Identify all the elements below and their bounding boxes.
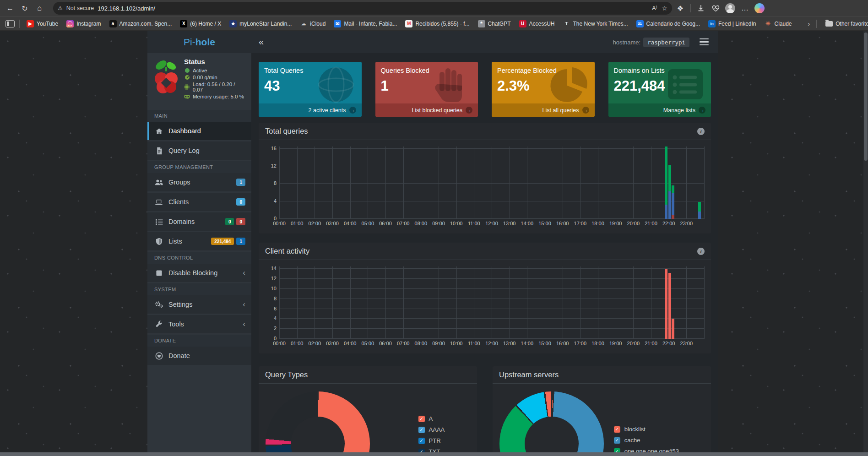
sidebar-item-dashboard[interactable]: Dashboard [147, 122, 251, 140]
x-tick-label: 17:00 [574, 341, 587, 346]
chart-bar-22:00[interactable] [668, 165, 671, 219]
bookmarks-panel-icon[interactable] [5, 18, 16, 29]
summary-card-queries-blocked[interactable]: Queries Blocked1List blocked queries→ [375, 62, 478, 117]
count-badge: 221,484 [211, 238, 234, 245]
sidebar-item-tools[interactable]: Tools‹ [147, 315, 251, 333]
bookmark-item[interactable]: MRecibidos (5,855) - f... [402, 19, 472, 29]
bookmark-item[interactable]: ▶YouTube [23, 19, 61, 29]
legend-checkbox[interactable]: ✓ [418, 416, 425, 422]
bookmark-item[interactable]: aAmazon.com. Spen... [106, 19, 175, 29]
count-badge: 0 [236, 218, 245, 225]
sidebar-collapse-icon[interactable]: « [259, 37, 264, 47]
bookmark-item[interactable]: ☁iCloud [297, 19, 329, 29]
url-text[interactable]: 192.168.1.102/admin/ [98, 5, 155, 12]
sidebar-item-domains[interactable]: Domains00 [147, 212, 251, 231]
bookmark-label: Claude [775, 21, 792, 27]
x-tick-label: 04:00 [344, 221, 357, 226]
legend-checkbox[interactable]: ✓ [418, 449, 425, 453]
status-text: Load: 0.56 / 0.20 / 0.07 [193, 81, 246, 92]
bookmark-item[interactable]: inFeed | LinkedIn [705, 19, 760, 29]
legend-checkbox[interactable]: ✓ [418, 438, 425, 444]
legend-checkbox[interactable]: ✓ [614, 448, 620, 453]
address-bar[interactable]: ⚠ Not secure 192.168.1.102/admin/ A) ☆ [53, 2, 672, 15]
downloads-icon[interactable] [694, 2, 707, 15]
extensions-icon[interactable]: ❖ [674, 2, 687, 15]
chart-bar-21:50[interactable] [665, 269, 667, 339]
hostname-label: hostname: [613, 39, 641, 46]
read-aloud-icon[interactable]: A) [652, 5, 657, 11]
bookmark-item[interactable]: ✉Mail - Infante, Fabia... [331, 19, 400, 29]
legend-item-txt[interactable]: ✓TXT [418, 448, 445, 452]
wrench-icon [155, 320, 163, 328]
bookmark-item[interactable]: UAccessUH [516, 19, 558, 29]
query-types-donut[interactable] [266, 391, 370, 452]
sidebar-item-lists[interactable]: Lists221,4841 [147, 232, 251, 250]
x-icon: X [180, 20, 187, 27]
y-tick-label: 16 [265, 146, 277, 151]
total-queries-chart[interactable]: 048121600:0001:0002:0003:0004:0005:0006:… [279, 147, 704, 230]
client-activity-chart[interactable]: 0246810121400:0001:0002:0003:0004:0005:0… [279, 266, 704, 350]
bookmark-item[interactable]: *ChatGPT [475, 19, 514, 29]
sidebar-item-clients[interactable]: Clients0 [147, 193, 251, 211]
summary-card-domains-on-lists[interactable]: Domains on Lists221,484Manage lists→ [608, 62, 711, 117]
x-tick-label: 02:00 [309, 341, 321, 346]
refresh-icon[interactable]: ↻ [18, 2, 31, 15]
legend-item-aaaa[interactable]: ✓AAAA [418, 426, 445, 433]
sidebar-item-groups[interactable]: Groups1 [147, 173, 251, 191]
bookmark-item[interactable]: X(6) Home / X [177, 19, 224, 29]
pihole-brand[interactable]: Pi-hole [147, 31, 251, 53]
bookmark-item[interactable]: 31Calendario de Goog... [633, 19, 703, 29]
x-tick-label: 11:00 [468, 341, 480, 346]
info-icon[interactable]: i [697, 248, 705, 255]
home-icon[interactable]: ⌂ [33, 2, 46, 15]
info-icon[interactable]: i [697, 128, 705, 135]
scrollbar-thumb[interactable] [864, 33, 868, 161]
chart-bar-22:10[interactable] [672, 319, 674, 339]
more-menu-icon[interactable]: … [738, 2, 751, 15]
legend-label: TXT [429, 448, 440, 452]
security-label[interactable]: Not secure [66, 5, 94, 11]
chart-bar-22:00[interactable] [668, 273, 671, 339]
bookmark-item[interactable]: Instagram [63, 19, 104, 29]
page-scrollbar[interactable] [863, 31, 868, 452]
legend-item-cache[interactable]: ✓cache [614, 437, 679, 444]
card-title: Total Queries [259, 62, 362, 74]
bar-segment-forwarded [665, 205, 667, 219]
browser-essentials-icon[interactable] [709, 2, 722, 15]
legend-item-a[interactable]: ✓A [418, 415, 445, 422]
not-secure-warning-icon: ⚠ [58, 5, 63, 11]
other-favorites-button[interactable]: Other favorites [822, 19, 868, 28]
query-types-panel: Query Types ✓A✓AAAA✓PTR✓TXT✓SVCB [259, 366, 477, 452]
upstream-servers-donut[interactable] [499, 391, 604, 452]
legend-item-one-one-one-one-53[interactable]: ✓one.one.one.one#53 [614, 448, 679, 452]
copilot-icon[interactable] [753, 2, 766, 15]
legend-checkbox[interactable]: ✓ [614, 437, 620, 444]
legend-checkbox[interactable]: ✓ [418, 427, 425, 433]
sidebar-item-disable-blocking[interactable]: Disable Blocking‹ [147, 264, 251, 282]
legend-item-ptr[interactable]: ✓PTR [418, 437, 445, 444]
bookmark-item[interactable]: ✳Claude [761, 19, 795, 29]
sidebar-item-donate[interactable]: Donate [147, 347, 251, 365]
legend-checkbox[interactable]: ✓ [614, 426, 620, 433]
chart-bar-23:45[interactable] [698, 202, 701, 219]
upstream-servers-title: Upstream servers [499, 370, 559, 379]
summary-card-percentage-blocked[interactable]: Percentage Blocked2.3%List all queries→ [492, 62, 595, 117]
sidebar-item-query-log[interactable]: Query Log [147, 141, 251, 160]
bookmarks-overflow-chevron[interactable]: › [805, 20, 813, 27]
back-icon[interactable]: ← [4, 2, 16, 15]
bookmark-item[interactable]: ★myLoneStar Landin... [226, 19, 295, 29]
profile-avatar[interactable] [724, 2, 737, 15]
status-line: Memory usage: 5.0 % [184, 94, 246, 99]
chart-bar-22:10[interactable] [672, 185, 674, 219]
bookmark-item[interactable]: TThe New York Times... [560, 19, 631, 29]
summary-card-total-queries[interactable]: Total Queries432 active clients→ [259, 62, 362, 117]
sidebar-item-settings[interactable]: Settings‹ [147, 295, 251, 314]
bookmark-label: Recibidos (5,855) - f... [415, 21, 469, 27]
bookmarks-bar: ▶YouTubeInstagramaAmazon.com. Spen...X(6… [0, 16, 868, 31]
chart-bar-21:50[interactable] [665, 147, 667, 219]
chevron-left-icon: ‹ [243, 300, 245, 309]
navbar-menu-icon[interactable] [700, 38, 709, 46]
legend-item-blocklist[interactable]: ✓blocklist [614, 426, 679, 433]
x-tick-label: 13:00 [503, 221, 516, 226]
favorite-star-icon[interactable]: ☆ [662, 5, 667, 12]
